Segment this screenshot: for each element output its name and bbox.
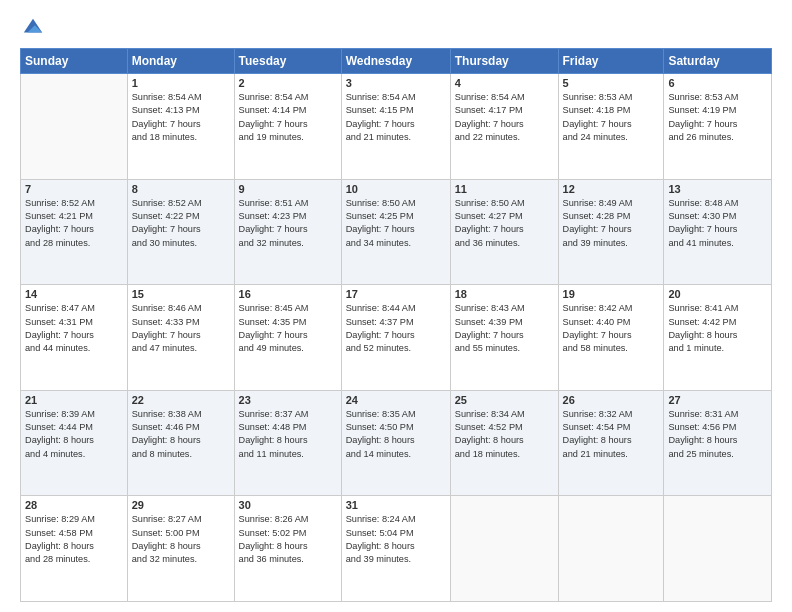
day-number: 17: [346, 288, 446, 300]
calendar-cell: 11Sunrise: 8:50 AM Sunset: 4:27 PM Dayli…: [450, 179, 558, 285]
day-number: 9: [239, 183, 337, 195]
day-info: Sunrise: 8:42 AM Sunset: 4:40 PM Dayligh…: [563, 302, 660, 355]
day-number: 21: [25, 394, 123, 406]
day-info: Sunrise: 8:54 AM Sunset: 4:14 PM Dayligh…: [239, 91, 337, 144]
calendar-cell: 28Sunrise: 8:29 AM Sunset: 4:58 PM Dayli…: [21, 496, 128, 602]
calendar-cell: 3Sunrise: 8:54 AM Sunset: 4:15 PM Daylig…: [341, 74, 450, 180]
day-info: Sunrise: 8:32 AM Sunset: 4:54 PM Dayligh…: [563, 408, 660, 461]
calendar-cell: 14Sunrise: 8:47 AM Sunset: 4:31 PM Dayli…: [21, 285, 128, 391]
day-info: Sunrise: 8:38 AM Sunset: 4:46 PM Dayligh…: [132, 408, 230, 461]
day-info: Sunrise: 8:54 AM Sunset: 4:17 PM Dayligh…: [455, 91, 554, 144]
day-number: 8: [132, 183, 230, 195]
calendar-cell: 21Sunrise: 8:39 AM Sunset: 4:44 PM Dayli…: [21, 390, 128, 496]
calendar-week-row: 1Sunrise: 8:54 AM Sunset: 4:13 PM Daylig…: [21, 74, 772, 180]
weekday-header-sunday: Sunday: [21, 49, 128, 74]
day-number: 12: [563, 183, 660, 195]
weekday-header-wednesday: Wednesday: [341, 49, 450, 74]
weekday-header-thursday: Thursday: [450, 49, 558, 74]
day-number: 23: [239, 394, 337, 406]
day-info: Sunrise: 8:31 AM Sunset: 4:56 PM Dayligh…: [668, 408, 767, 461]
day-number: 30: [239, 499, 337, 511]
day-info: Sunrise: 8:44 AM Sunset: 4:37 PM Dayligh…: [346, 302, 446, 355]
calendar-cell: 29Sunrise: 8:27 AM Sunset: 5:00 PM Dayli…: [127, 496, 234, 602]
calendar-cell: [558, 496, 664, 602]
calendar-cell: 20Sunrise: 8:41 AM Sunset: 4:42 PM Dayli…: [664, 285, 772, 391]
day-info: Sunrise: 8:49 AM Sunset: 4:28 PM Dayligh…: [563, 197, 660, 250]
day-number: 29: [132, 499, 230, 511]
calendar-cell: [664, 496, 772, 602]
page: SundayMondayTuesdayWednesdayThursdayFrid…: [0, 0, 792, 612]
calendar-cell: 25Sunrise: 8:34 AM Sunset: 4:52 PM Dayli…: [450, 390, 558, 496]
day-info: Sunrise: 8:46 AM Sunset: 4:33 PM Dayligh…: [132, 302, 230, 355]
day-info: Sunrise: 8:41 AM Sunset: 4:42 PM Dayligh…: [668, 302, 767, 355]
calendar-week-row: 28Sunrise: 8:29 AM Sunset: 4:58 PM Dayli…: [21, 496, 772, 602]
weekday-header-friday: Friday: [558, 49, 664, 74]
day-info: Sunrise: 8:37 AM Sunset: 4:48 PM Dayligh…: [239, 408, 337, 461]
day-info: Sunrise: 8:48 AM Sunset: 4:30 PM Dayligh…: [668, 197, 767, 250]
calendar-cell: 10Sunrise: 8:50 AM Sunset: 4:25 PM Dayli…: [341, 179, 450, 285]
weekday-header-monday: Monday: [127, 49, 234, 74]
day-number: 26: [563, 394, 660, 406]
day-number: 13: [668, 183, 767, 195]
day-number: 15: [132, 288, 230, 300]
calendar-cell: 13Sunrise: 8:48 AM Sunset: 4:30 PM Dayli…: [664, 179, 772, 285]
day-info: Sunrise: 8:39 AM Sunset: 4:44 PM Dayligh…: [25, 408, 123, 461]
calendar-cell: [21, 74, 128, 180]
calendar-cell: 4Sunrise: 8:54 AM Sunset: 4:17 PM Daylig…: [450, 74, 558, 180]
logo: [20, 16, 44, 38]
day-info: Sunrise: 8:53 AM Sunset: 4:19 PM Dayligh…: [668, 91, 767, 144]
weekday-header-row: SundayMondayTuesdayWednesdayThursdayFrid…: [21, 49, 772, 74]
day-info: Sunrise: 8:53 AM Sunset: 4:18 PM Dayligh…: [563, 91, 660, 144]
day-info: Sunrise: 8:47 AM Sunset: 4:31 PM Dayligh…: [25, 302, 123, 355]
calendar-cell: 26Sunrise: 8:32 AM Sunset: 4:54 PM Dayli…: [558, 390, 664, 496]
day-info: Sunrise: 8:24 AM Sunset: 5:04 PM Dayligh…: [346, 513, 446, 566]
day-info: Sunrise: 8:52 AM Sunset: 4:22 PM Dayligh…: [132, 197, 230, 250]
calendar-cell: 9Sunrise: 8:51 AM Sunset: 4:23 PM Daylig…: [234, 179, 341, 285]
calendar-cell: 6Sunrise: 8:53 AM Sunset: 4:19 PM Daylig…: [664, 74, 772, 180]
day-number: 3: [346, 77, 446, 89]
weekday-header-saturday: Saturday: [664, 49, 772, 74]
day-info: Sunrise: 8:51 AM Sunset: 4:23 PM Dayligh…: [239, 197, 337, 250]
day-number: 5: [563, 77, 660, 89]
calendar-week-row: 7Sunrise: 8:52 AM Sunset: 4:21 PM Daylig…: [21, 179, 772, 285]
day-number: 22: [132, 394, 230, 406]
logo-icon: [22, 16, 44, 38]
day-number: 6: [668, 77, 767, 89]
day-number: 27: [668, 394, 767, 406]
calendar-cell: 27Sunrise: 8:31 AM Sunset: 4:56 PM Dayli…: [664, 390, 772, 496]
calendar-cell: 1Sunrise: 8:54 AM Sunset: 4:13 PM Daylig…: [127, 74, 234, 180]
day-number: 16: [239, 288, 337, 300]
day-number: 18: [455, 288, 554, 300]
day-number: 2: [239, 77, 337, 89]
day-info: Sunrise: 8:50 AM Sunset: 4:27 PM Dayligh…: [455, 197, 554, 250]
day-info: Sunrise: 8:43 AM Sunset: 4:39 PM Dayligh…: [455, 302, 554, 355]
calendar-week-row: 14Sunrise: 8:47 AM Sunset: 4:31 PM Dayli…: [21, 285, 772, 391]
day-info: Sunrise: 8:27 AM Sunset: 5:00 PM Dayligh…: [132, 513, 230, 566]
calendar-cell: 19Sunrise: 8:42 AM Sunset: 4:40 PM Dayli…: [558, 285, 664, 391]
weekday-header-tuesday: Tuesday: [234, 49, 341, 74]
day-number: 31: [346, 499, 446, 511]
calendar-cell: 23Sunrise: 8:37 AM Sunset: 4:48 PM Dayli…: [234, 390, 341, 496]
day-info: Sunrise: 8:26 AM Sunset: 5:02 PM Dayligh…: [239, 513, 337, 566]
calendar-cell: 5Sunrise: 8:53 AM Sunset: 4:18 PM Daylig…: [558, 74, 664, 180]
calendar-cell: 22Sunrise: 8:38 AM Sunset: 4:46 PM Dayli…: [127, 390, 234, 496]
calendar-cell: 24Sunrise: 8:35 AM Sunset: 4:50 PM Dayli…: [341, 390, 450, 496]
calendar-cell: 2Sunrise: 8:54 AM Sunset: 4:14 PM Daylig…: [234, 74, 341, 180]
day-info: Sunrise: 8:35 AM Sunset: 4:50 PM Dayligh…: [346, 408, 446, 461]
day-info: Sunrise: 8:34 AM Sunset: 4:52 PM Dayligh…: [455, 408, 554, 461]
calendar-cell: 16Sunrise: 8:45 AM Sunset: 4:35 PM Dayli…: [234, 285, 341, 391]
calendar-cell: 8Sunrise: 8:52 AM Sunset: 4:22 PM Daylig…: [127, 179, 234, 285]
day-info: Sunrise: 8:52 AM Sunset: 4:21 PM Dayligh…: [25, 197, 123, 250]
calendar-cell: 7Sunrise: 8:52 AM Sunset: 4:21 PM Daylig…: [21, 179, 128, 285]
calendar-cell: 31Sunrise: 8:24 AM Sunset: 5:04 PM Dayli…: [341, 496, 450, 602]
calendar-cell: [450, 496, 558, 602]
day-info: Sunrise: 8:54 AM Sunset: 4:13 PM Dayligh…: [132, 91, 230, 144]
day-number: 19: [563, 288, 660, 300]
day-info: Sunrise: 8:50 AM Sunset: 4:25 PM Dayligh…: [346, 197, 446, 250]
day-number: 25: [455, 394, 554, 406]
day-info: Sunrise: 8:29 AM Sunset: 4:58 PM Dayligh…: [25, 513, 123, 566]
header: [20, 16, 772, 38]
day-number: 1: [132, 77, 230, 89]
day-info: Sunrise: 8:45 AM Sunset: 4:35 PM Dayligh…: [239, 302, 337, 355]
day-number: 24: [346, 394, 446, 406]
